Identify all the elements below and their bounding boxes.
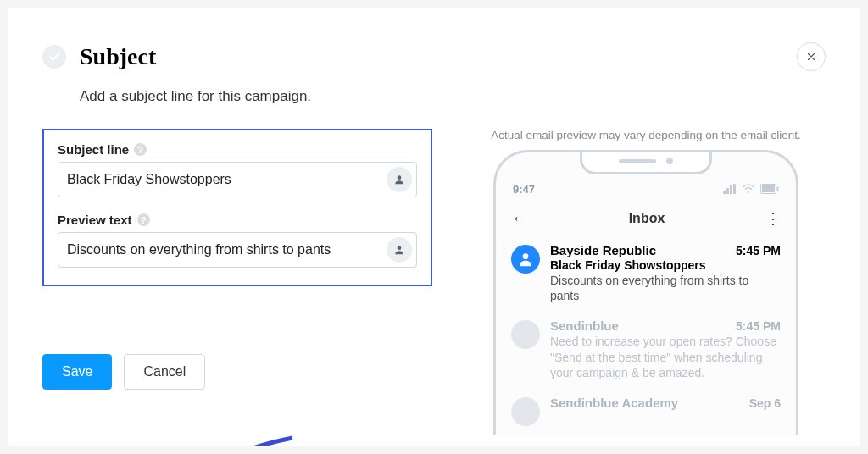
preview-disclaimer: Actual email preview may vary depending … xyxy=(491,129,800,141)
svg-rect-8 xyxy=(762,185,775,192)
phone-status-bar: 9:47 xyxy=(496,178,796,200)
subject-line-label: Subject line ? xyxy=(58,142,417,157)
message-sender: Sendinblue xyxy=(550,318,619,333)
menu-dots-icon: ⋮ xyxy=(765,209,781,228)
svg-rect-2 xyxy=(723,191,726,194)
message-preview: Discounts on everything from shirts to p… xyxy=(550,273,781,303)
avatar xyxy=(511,397,540,426)
check-icon xyxy=(42,45,66,69)
svg-point-1 xyxy=(398,246,402,250)
person-icon xyxy=(393,174,405,185)
help-icon[interactable]: ? xyxy=(134,143,147,156)
phone-notch xyxy=(580,150,712,174)
inbox-title: Inbox xyxy=(629,211,665,226)
avatar xyxy=(511,320,540,349)
message-item: Sendinblue 5:45 PM Need to increase your… xyxy=(496,312,796,389)
person-icon xyxy=(393,244,405,256)
svg-point-0 xyxy=(398,175,402,180)
preview-text-label-text: Preview text xyxy=(58,213,132,227)
svg-rect-3 xyxy=(726,188,729,194)
message-sender: Sendinblue Academy xyxy=(550,396,678,410)
message-time: 5:45 PM xyxy=(736,244,781,257)
message-preview: Need to increase your open rates? Choose… xyxy=(550,334,781,380)
battery-icon xyxy=(760,184,779,194)
phone-preview: 9:47 ← Inbox ⋮ xyxy=(493,150,798,435)
close-icon xyxy=(805,51,817,63)
phone-clock: 9:47 xyxy=(513,183,535,196)
signal-icon xyxy=(723,184,737,194)
svg-rect-5 xyxy=(733,184,736,194)
subject-line-input[interactable] xyxy=(58,162,417,197)
personalize-preview-button[interactable] xyxy=(387,237,412,263)
preview-text-label: Preview text ? xyxy=(58,213,417,227)
svg-rect-9 xyxy=(777,187,779,191)
message-time: Sep 6 xyxy=(749,396,781,410)
svg-point-6 xyxy=(748,191,749,193)
avatar xyxy=(511,245,540,274)
close-button[interactable] xyxy=(797,42,826,71)
save-button[interactable]: Save xyxy=(42,354,112,390)
page-title: Subject xyxy=(80,43,156,70)
wifi-icon xyxy=(742,184,755,194)
annotation-arrow xyxy=(157,434,301,446)
personalize-subject-button[interactable] xyxy=(387,167,412,192)
message-item: Bayside Republic 5:45 PM Black Friday Sh… xyxy=(496,236,796,312)
message-subject: Black Friday Showstoppers xyxy=(550,258,781,272)
help-icon[interactable]: ? xyxy=(137,213,150,226)
svg-rect-4 xyxy=(730,185,732,194)
subject-form: Subject line ? Preview text ? xyxy=(42,129,432,286)
message-item: Sendinblue Academy Sep 6 xyxy=(496,389,796,435)
message-sender: Bayside Republic xyxy=(550,243,656,257)
svg-point-10 xyxy=(523,253,529,259)
message-time: 5:45 PM xyxy=(736,319,781,333)
page-subtitle: Add a subject line for this campaign. xyxy=(80,88,826,105)
subject-line-label-text: Subject line xyxy=(58,142,129,157)
back-arrow-icon: ← xyxy=(511,208,528,228)
cancel-button[interactable]: Cancel xyxy=(124,354,205,390)
message-list: Bayside Republic 5:45 PM Black Friday Sh… xyxy=(496,236,796,435)
preview-text-input[interactable] xyxy=(58,232,417,268)
